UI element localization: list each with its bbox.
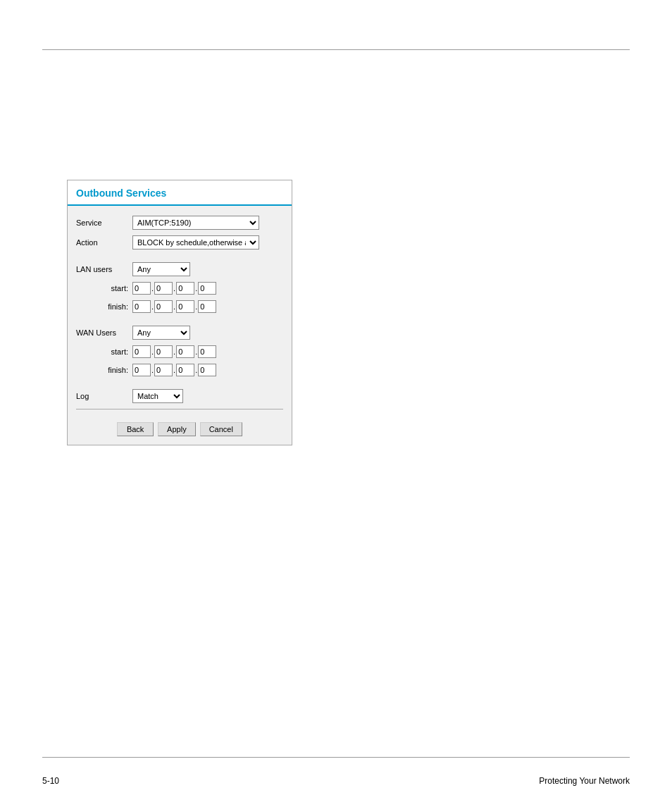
lan-finish-octet-3[interactable] <box>176 300 194 313</box>
wan-start-octet-4[interactable] <box>198 345 216 358</box>
wan-finish-label: finish: <box>76 366 132 374</box>
wan-start-octet-1[interactable] <box>132 345 151 358</box>
wan-start-octet-3[interactable] <box>176 345 194 358</box>
panel-body: Service AIM(TCP:5190) FTP HTTP HTTPS SMT… <box>68 206 292 445</box>
action-select[interactable]: BLOCK by schedule,otherwise allow ALLOW … <box>132 235 259 250</box>
action-row: Action BLOCK by schedule,otherwise allow… <box>76 235 283 250</box>
panel-header: Outbound Services <box>68 180 292 206</box>
lan-start-octet-3[interactable] <box>176 282 194 295</box>
lan-start-label: start: <box>76 284 132 292</box>
lan-users-select[interactable]: Any Single Address Address Range <box>132 262 190 276</box>
top-rule <box>42 49 630 50</box>
wan-finish-octet-3[interactable] <box>176 364 194 376</box>
lan-users-row: LAN users Any Single Address Address Ran… <box>76 262 283 276</box>
back-button[interactable]: Back <box>117 422 154 436</box>
footer-chapter-title: Protecting Your Network <box>539 776 630 786</box>
apply-button[interactable]: Apply <box>158 422 196 436</box>
lan-start-row: start: . . . <box>76 282 283 295</box>
wan-users-label: WAN Users <box>76 328 132 337</box>
lan-start-octet-1[interactable] <box>132 282 151 295</box>
wan-finish-octet-2[interactable] <box>154 364 173 376</box>
log-label: Log <box>76 392 132 400</box>
lan-start-ip: . . . <box>132 282 216 295</box>
panel-title: Outbound Services <box>76 187 166 199</box>
lan-finish-octet-1[interactable] <box>132 300 151 313</box>
wan-finish-octet-4[interactable] <box>198 364 216 376</box>
log-row: Log Match Always Never <box>76 389 283 403</box>
wan-start-octet-2[interactable] <box>154 345 173 358</box>
service-row: Service AIM(TCP:5190) FTP HTTP HTTPS SMT… <box>76 216 283 230</box>
wan-finish-octet-1[interactable] <box>132 364 151 376</box>
lan-finish-row: finish: . . . <box>76 300 283 313</box>
action-label: Action <box>76 238 132 247</box>
wan-finish-ip: . . . <box>132 364 216 376</box>
lan-finish-octet-4[interactable] <box>198 300 216 313</box>
lan-finish-ip: . . . <box>132 300 216 313</box>
service-label: Service <box>76 218 132 227</box>
service-select[interactable]: AIM(TCP:5190) FTP HTTP HTTPS SMTP <box>132 216 259 230</box>
lan-users-label: LAN users <box>76 265 132 273</box>
lan-start-octet-2[interactable] <box>154 282 173 295</box>
separator <box>76 409 283 409</box>
cancel-button[interactable]: Cancel <box>200 422 242 436</box>
wan-start-ip: . . . <box>132 345 216 358</box>
lan-finish-label: finish: <box>76 302 132 311</box>
wan-users-row: WAN Users Any Single Address Address Ran… <box>76 326 283 340</box>
footer-page-number: 5-10 <box>42 776 59 786</box>
wan-users-select[interactable]: Any Single Address Address Range <box>132 326 190 340</box>
wan-finish-row: finish: . . . <box>76 364 283 376</box>
lan-finish-octet-2[interactable] <box>154 300 173 313</box>
wan-start-label: start: <box>76 347 132 356</box>
log-select[interactable]: Match Always Never <box>132 389 183 403</box>
lan-start-octet-4[interactable] <box>198 282 216 295</box>
outbound-services-panel: Outbound Services Service AIM(TCP:5190) … <box>67 180 292 445</box>
wan-start-row: start: . . . <box>76 345 283 358</box>
bottom-rule <box>42 757 630 758</box>
button-row: Back Apply Cancel <box>76 418 283 438</box>
